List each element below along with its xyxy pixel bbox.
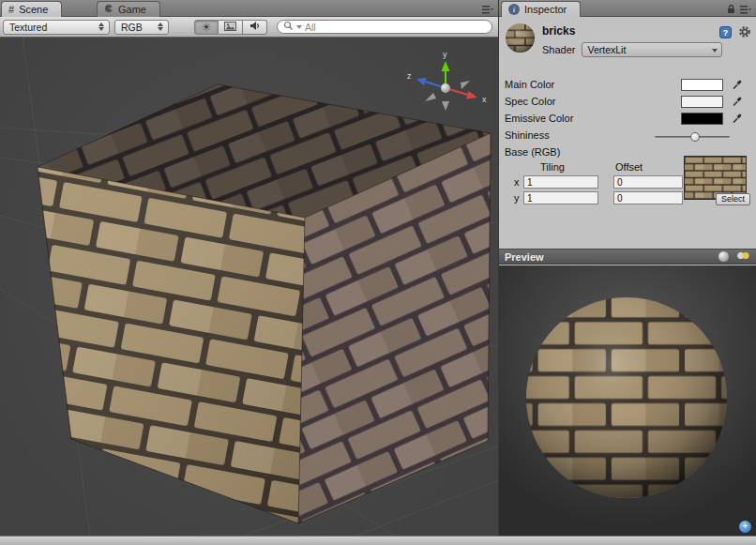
shader-value: VertexLit (587, 44, 626, 55)
tiling-y-label: y (514, 192, 520, 204)
scene-toolbar: Textured RGB ☀ (0, 17, 498, 38)
offset-header: Offset (615, 161, 643, 173)
status-bar (0, 536, 756, 545)
inspector-panel: bricks Shader VertexLit ? Main Color (498, 17, 756, 536)
offset-x-input[interactable] (613, 175, 683, 189)
tab-scene-label: Scene (19, 4, 48, 15)
material-name: bricks (542, 24, 575, 38)
shininess-label: Shininess (505, 129, 550, 141)
preview-lighting-toggle-icon[interactable] (736, 250, 750, 263)
render-mode-value: RGB (121, 22, 143, 33)
material-preview-area[interactable]: + (499, 265, 756, 537)
shader-dropdown[interactable]: VertexLit (582, 42, 722, 57)
brick-cube[interactable] (38, 84, 491, 523)
spec-color-label: Spec Color (505, 96, 555, 107)
eyedropper-icon[interactable] (732, 96, 743, 109)
tab-scene[interactable]: # Scene (1, 1, 62, 17)
search-icon (283, 21, 294, 33)
add-button[interactable]: + (739, 521, 751, 533)
draw-mode-dropdown[interactable]: Textured (3, 20, 110, 35)
updown-arrows-icon (91, 23, 104, 31)
emissive-color-row: Emissive Color (499, 111, 756, 128)
shininess-slider-thumb[interactable] (690, 132, 700, 142)
gizmo-x-cone[interactable] (466, 91, 477, 99)
orientation-gizmo[interactable]: y x z (402, 47, 491, 118)
unity-editor-window: # Scene Game Textured RGB ☀ (0, 0, 756, 545)
speaker-icon (249, 21, 261, 33)
scene-tabstrip: # Scene Game (0, 0, 498, 17)
chevron-down-icon (712, 49, 718, 53)
lighting-toggle-button[interactable]: ☀ (194, 20, 219, 35)
scene-panel-menu-icon[interactable] (482, 5, 493, 16)
main-color-label: Main Color (505, 79, 554, 90)
image-icon (224, 22, 236, 33)
preview-header[interactable]: Preview (499, 249, 756, 265)
tiling-x-label: x (514, 176, 520, 188)
draw-mode-value: Textured (9, 22, 47, 33)
base-rgb-label: Base (RGB) (505, 146, 560, 158)
tiling-y-input[interactable] (523, 191, 598, 204)
render-mode-dropdown[interactable]: RGB (114, 20, 169, 35)
help-icon[interactable]: ? (719, 26, 732, 40)
select-texture-button[interactable]: Select (716, 193, 750, 205)
game-icon (104, 4, 113, 15)
main-color-row: Main Color (499, 77, 756, 94)
inspector-panel-menu-icon[interactable] (740, 5, 751, 16)
tiling-x-input[interactable] (523, 175, 598, 189)
gizmo-z-label: z (407, 71, 412, 81)
tab-inspector[interactable]: i Inspector (501, 1, 581, 17)
spec-color-swatch[interactable] (681, 96, 723, 108)
emissive-color-label: Emissive Color (505, 113, 573, 124)
spec-color-row: Spec Color (499, 94, 756, 111)
audio-toggle-button[interactable] (243, 20, 267, 35)
gizmo-y-label: y (443, 50, 447, 59)
gizmo-x-label: x (482, 95, 487, 104)
updown-arrows-icon (150, 23, 163, 31)
tab-inspector-label: Inspector (524, 4, 567, 15)
tiling-offset-grid: Tiling Offset x y (499, 161, 687, 208)
preview-sphere-render (499, 265, 756, 537)
scene-view-toggles: ☀ (194, 20, 267, 35)
preview-shape-toggle-icon[interactable] (718, 251, 729, 262)
offset-y-input[interactable] (613, 191, 683, 204)
shininess-slider[interactable] (655, 136, 730, 138)
shininess-row: Shininess (499, 128, 756, 144)
gizmo-center-ball[interactable] (441, 83, 450, 93)
skybox-toggle-button[interactable] (219, 20, 243, 35)
lock-icon[interactable] (727, 4, 735, 16)
scene-viewport[interactable]: y x z (0, 38, 498, 536)
svg-text:?: ? (723, 28, 729, 38)
search-filter-arrow-icon[interactable] (296, 25, 302, 29)
eyedropper-icon[interactable] (732, 113, 743, 126)
material-header: bricks Shader VertexLit ? (499, 17, 756, 69)
emissive-color-swatch[interactable] (681, 113, 723, 125)
scene-search-input[interactable]: All (277, 20, 492, 34)
scene-grid-icon: # (8, 4, 14, 15)
inspector-tabstrip: i Inspector (498, 0, 756, 17)
sun-icon: ☀ (202, 22, 212, 33)
base-texture-section: Base (RGB) Tiling Offset x y (499, 144, 756, 214)
info-icon: i (508, 4, 520, 15)
shader-label: Shader (542, 44, 575, 55)
gizmo-y-cone[interactable] (442, 61, 450, 71)
main-color-swatch[interactable] (681, 79, 723, 91)
gear-icon[interactable] (738, 25, 751, 40)
preview-title: Preview (505, 251, 544, 263)
material-preview-thumbnail[interactable] (505, 23, 536, 53)
tab-game-label: Game (118, 4, 146, 15)
eyedropper-icon[interactable] (732, 79, 743, 92)
material-properties: Main Color Spec Color Emissive Color (499, 69, 756, 214)
gizmo-z-cone[interactable] (416, 78, 427, 86)
tiling-header: Tiling (540, 161, 565, 173)
search-filter-label: All (305, 22, 316, 33)
tab-game[interactable]: Game (97, 1, 160, 17)
